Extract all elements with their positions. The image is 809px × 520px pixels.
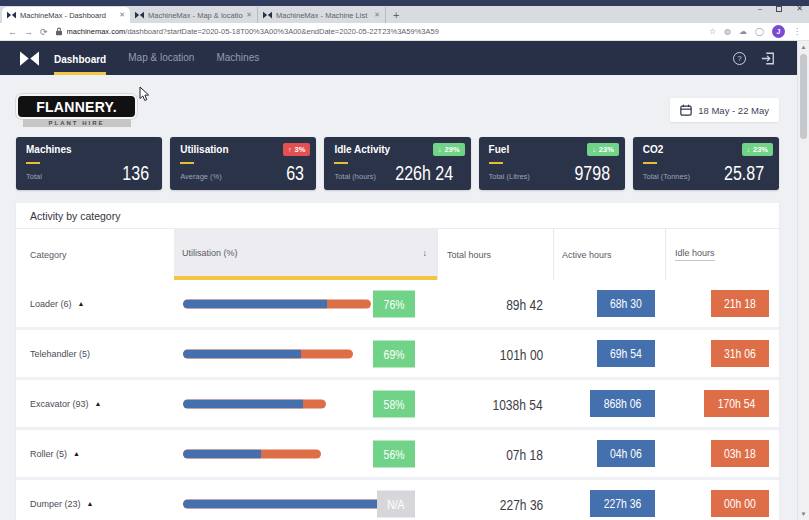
total-hours-cell: 101h 00 bbox=[437, 330, 553, 377]
browser-menu-icon[interactable]: ⋮ bbox=[793, 27, 801, 36]
column-header-label: Utilisation (%) bbox=[182, 248, 238, 258]
extension-icon-c[interactable]: ◯ bbox=[755, 27, 764, 36]
table-row-telehandler[interactable]: Telehandler (5)▲ 69% 101h 00 69h 54 31h … bbox=[16, 330, 779, 380]
close-window-button[interactable]: ✕ bbox=[796, 4, 803, 13]
active-hours-cell: 868h 06 bbox=[553, 380, 665, 427]
nav-item-dashboard[interactable]: Dashboard bbox=[54, 41, 106, 75]
table-row-excavator[interactable]: Excavator (93)▲ 58% 1038h 54 868h 06 170… bbox=[16, 380, 779, 430]
back-button[interactable]: ← bbox=[8, 27, 17, 37]
maximize-button[interactable] bbox=[776, 6, 782, 12]
reload-button[interactable]: ⟳ bbox=[40, 27, 48, 37]
utilisation-cell: 69% bbox=[174, 330, 437, 377]
page-header: FLANNERY. PLANT HIRE 18 May - 22 May bbox=[16, 75, 779, 137]
active-bar-segment bbox=[183, 499, 383, 508]
table-row-loader[interactable]: Loader (6)▲ 76% 89h 42 68h 30 21h 18 bbox=[16, 280, 779, 330]
idle-hours-cell: 00h 00 bbox=[665, 480, 779, 520]
down-arrow-icon: ↓ bbox=[747, 146, 751, 153]
column-header-active-hours[interactable]: Active hours bbox=[553, 229, 665, 280]
kpi-card-co2: CO2 ↓23% Total (Tonnes) 25.87 bbox=[633, 137, 779, 190]
tab-title: MachineMax - Dashboard bbox=[20, 11, 116, 20]
scroll-down-icon[interactable]: ▼ bbox=[798, 508, 809, 520]
total-hours-cell: 07h 18 bbox=[437, 430, 553, 477]
idle-hours-badge: 21h 18 bbox=[711, 290, 769, 317]
kpi-title: CO2 bbox=[643, 144, 664, 155]
tab-dashboard[interactable]: MachineMax - Dashboard ✕ bbox=[2, 7, 130, 23]
kpi-card-machines: Machines Total 136 bbox=[16, 137, 162, 190]
utilisation-bar bbox=[183, 499, 383, 508]
utilisation-cell: 58% bbox=[174, 380, 437, 427]
flannery-logo-text: FLANNERY. bbox=[16, 94, 137, 119]
column-header-idle-hours[interactable]: Idle hours bbox=[665, 229, 779, 280]
scroll-up-icon[interactable]: ▲ bbox=[798, 41, 809, 53]
kpi-value: 226h 24 bbox=[396, 162, 454, 185]
extension-icon-a[interactable]: ◍ bbox=[724, 27, 731, 36]
idle-hours-cell: 03h 18 bbox=[665, 430, 779, 477]
kpi-label: Total (Tonnes) bbox=[643, 172, 690, 181]
machinemax-favicon bbox=[7, 11, 16, 19]
new-tab-button[interactable]: + bbox=[393, 9, 399, 23]
address-bar[interactable]: machinemax.com/dashboard?startDate=2020-… bbox=[55, 27, 702, 36]
tab-machine-list[interactable]: MachineMax - Machine List ✕ bbox=[258, 7, 386, 23]
active-hours-badge: 69h 54 bbox=[597, 340, 655, 367]
tab-close-icon[interactable]: ✕ bbox=[119, 11, 125, 19]
kpi-title: Machines bbox=[26, 144, 72, 155]
utilisation-badge: 76% bbox=[373, 290, 415, 317]
kpi-card-utilisation: Utilisation ↑3% Average (%) 63 bbox=[170, 137, 316, 190]
page-scrollbar[interactable]: ▲ ▼ bbox=[797, 41, 809, 520]
table-header-row: Category Utilisation (%) ↓ Total hours A… bbox=[16, 228, 779, 280]
tab-close-icon[interactable]: ✕ bbox=[246, 11, 252, 19]
category-cell: Roller (5)▲ bbox=[16, 430, 174, 477]
bookmark-star-icon[interactable]: ☆ bbox=[709, 27, 716, 36]
column-header-utilisation[interactable]: Utilisation (%) ↓ bbox=[174, 229, 437, 280]
kpi-value: 136 bbox=[122, 162, 149, 185]
scrollbar-thumb[interactable] bbox=[800, 54, 807, 139]
profile-avatar[interactable]: J bbox=[772, 25, 785, 38]
extension-icon-b[interactable]: ☁ bbox=[739, 27, 747, 36]
kpi-accent-dash bbox=[489, 162, 503, 164]
table-row-roller[interactable]: Roller (5)▲ 56% 07h 18 04h 06 03h 18 bbox=[16, 430, 779, 480]
nav-item-map-location[interactable]: Map & location bbox=[128, 41, 194, 75]
kpi-trend-badge: ↓29% bbox=[433, 143, 465, 156]
kpi-card-fuel: Fuel ↓23% Total (Litres) 9798 bbox=[479, 137, 625, 190]
active-bar-segment bbox=[183, 399, 303, 408]
flannery-logo: FLANNERY. PLANT HIRE bbox=[16, 94, 137, 127]
total-hours-cell: 227h 36 bbox=[437, 480, 553, 520]
kpi-label: Total (Litres) bbox=[489, 172, 530, 181]
browser-toolbar: ← → ⟳ machinemax.com/dashboard?startDate… bbox=[0, 23, 809, 41]
column-header-category[interactable]: Category bbox=[16, 229, 174, 280]
kpi-trend-badge: ↓23% bbox=[587, 143, 619, 156]
help-icon[interactable]: ? bbox=[733, 52, 746, 65]
column-header-total-hours[interactable]: Total hours bbox=[437, 229, 553, 280]
utilisation-cell: 76% bbox=[174, 280, 437, 327]
date-range-picker[interactable]: 18 May - 22 May bbox=[670, 98, 779, 122]
tab-close-icon[interactable]: ✕ bbox=[374, 11, 380, 19]
sort-down-icon[interactable]: ↓ bbox=[423, 248, 428, 258]
forward-button[interactable]: → bbox=[24, 27, 33, 37]
kpi-accent-dash bbox=[26, 162, 40, 164]
table-row-dumper[interactable]: Dumper (23)▲ N/A 227h 36 227h 36 00h 00 bbox=[16, 480, 779, 520]
active-hours-badge: 04h 06 bbox=[597, 440, 655, 467]
active-bar-segment bbox=[183, 449, 261, 458]
active-hours-cell: 69h 54 bbox=[553, 330, 665, 377]
idle-hours-cell: 21h 18 bbox=[665, 280, 779, 327]
tab-map-locations[interactable]: MachineMax - Map & locations ✕ bbox=[130, 7, 258, 23]
kpi-accent-dash bbox=[334, 162, 348, 164]
app-navbar: Dashboard Map & location Machines ? bbox=[0, 41, 809, 75]
warning-icon: ▲ bbox=[73, 450, 80, 457]
utilisation-badge: N/A bbox=[377, 490, 415, 517]
panel-title: Activity by category bbox=[16, 203, 779, 228]
logout-icon[interactable] bbox=[761, 52, 775, 65]
active-bar-segment bbox=[183, 299, 327, 308]
utilisation-badge: 69% bbox=[373, 340, 415, 367]
minimize-button[interactable]: – bbox=[758, 4, 762, 13]
kpi-trend-badge: ↑3% bbox=[283, 143, 310, 156]
active-hours-badge: 227h 36 bbox=[590, 490, 655, 517]
warning-icon: ▲ bbox=[95, 400, 102, 407]
idle-hours-cell: 31h 06 bbox=[665, 330, 779, 377]
machinemax-logo[interactable] bbox=[20, 51, 39, 66]
machinemax-favicon bbox=[135, 11, 144, 19]
tab-title: MachineMax - Machine List bbox=[276, 11, 371, 20]
nav-item-machines[interactable]: Machines bbox=[216, 41, 259, 75]
utilisation-bar bbox=[183, 349, 353, 358]
idle-hours-badge: 31h 06 bbox=[711, 340, 769, 367]
